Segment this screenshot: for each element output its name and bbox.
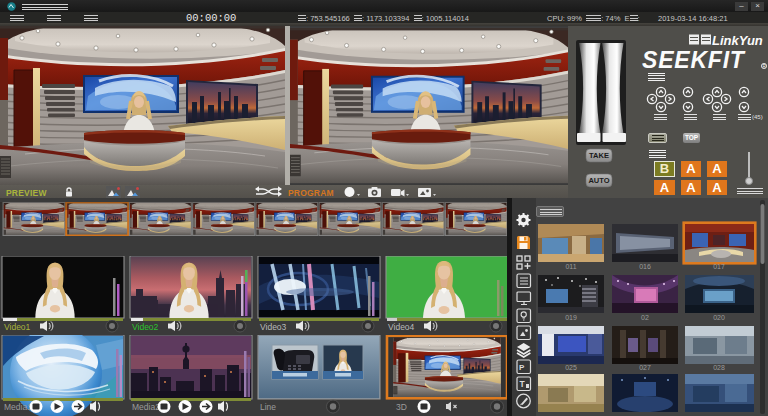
- svg-text:T: T: [520, 379, 526, 389]
- svg-text:SEEKFIT: SEEKFIT: [642, 47, 746, 72]
- svg-text:011: 011: [565, 263, 576, 270]
- svg-text:027: 027: [639, 364, 651, 371]
- svg-text:017: 017: [713, 263, 725, 270]
- svg-text:016: 016: [639, 263, 651, 270]
- svg-text:019: 019: [565, 314, 577, 321]
- svg-text:028: 028: [713, 364, 725, 371]
- svg-text:TAKE: TAKE: [589, 151, 609, 160]
- svg-text:02: 02: [641, 314, 649, 321]
- svg-text:025: 025: [565, 364, 577, 371]
- svg-text:P: P: [519, 363, 525, 372]
- svg-text:LinkYun: LinkYun: [712, 33, 763, 48]
- svg-text:AUTO: AUTO: [588, 176, 609, 185]
- svg-text:020: 020: [713, 314, 725, 321]
